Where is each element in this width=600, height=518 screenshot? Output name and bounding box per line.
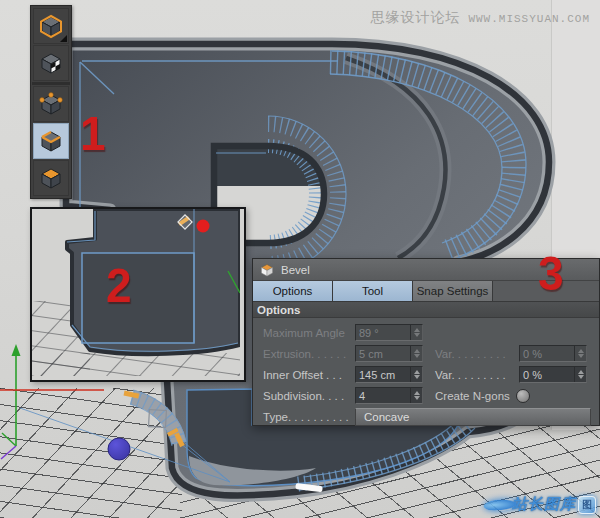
maximum-angle-label: Maximum Angle — [263, 327, 355, 339]
toolbar-item-points-mode[interactable] — [33, 86, 69, 122]
create-ngons-checkbox[interactable] — [516, 389, 530, 403]
toolbar-item-texture-mode[interactable] — [33, 45, 69, 81]
extrusion-var-field: 0 % — [519, 345, 587, 362]
type-label: Type. . . . . . . . . . — [263, 411, 355, 423]
type-dropdown[interactable]: Concave — [355, 408, 591, 426]
maximum-angle-field: 89 ° — [355, 324, 423, 341]
edges-mode-icon — [38, 128, 64, 154]
subdivision-label: Subdivision. . . . — [263, 390, 355, 402]
tab-tool[interactable]: Tool — [333, 281, 413, 301]
site-header: 思缘设计论坛 www.missyuan.com — [370, 9, 590, 27]
bevel-tool-icon — [260, 263, 274, 277]
row-inner-offset: Inner Offset . . . 145 cm Var. . . . . .… — [263, 364, 593, 385]
mode-toolbar — [30, 5, 72, 199]
inner-offset-var-label: Var. . . . . . . . . — [435, 369, 519, 381]
site-name: 思缘设计论坛 — [370, 9, 460, 27]
inset-scene — [32, 209, 240, 376]
section-header-options[interactable]: Options — [253, 302, 599, 318]
tab-snap-settings[interactable]: Snap Settings — [413, 281, 493, 301]
step-label-1: 1 — [80, 109, 106, 157]
watermark-badge-icon: 图 — [578, 496, 596, 514]
site-url: www.missyuan.com — [468, 13, 590, 25]
zoom-inset-screenshot — [30, 207, 246, 382]
handle-dot-blue[interactable] — [108, 438, 130, 460]
watermark: 站长图库 图 — [484, 495, 598, 514]
spinner-icon[interactable] — [410, 367, 422, 382]
polygons-mode-icon — [38, 165, 64, 191]
inner-offset-label: Inner Offset . . . — [263, 369, 355, 381]
inner-offset-field[interactable]: 145 cm — [355, 366, 423, 383]
spinner-icon — [410, 325, 422, 340]
extrusion-field: 5 cm — [355, 345, 423, 362]
panel-rows: Maximum Angle 89 ° Extrusion. . . . . . … — [253, 318, 599, 427]
toolbar-item-edges-mode[interactable] — [33, 123, 69, 159]
subdivision-field[interactable]: 4 — [355, 387, 423, 404]
step-label-3: 3 — [538, 249, 564, 297]
row-type: Type. . . . . . . . . . Concave — [263, 406, 593, 427]
inset-cursor-dot — [197, 220, 210, 233]
panel-title: Bevel — [281, 264, 310, 276]
watermark-text: 站长图库 — [512, 495, 576, 514]
toolbar-divider — [32, 82, 70, 85]
flyout-corner-marker — [60, 35, 67, 42]
row-subdivision: Subdivision. . . . 4 Create N-gons — [263, 385, 593, 406]
tab-options[interactable]: Options — [253, 281, 333, 301]
points-mode-icon — [38, 91, 64, 117]
toolbar-item-make-editable[interactable] — [33, 8, 69, 44]
spinner-icon[interactable] — [574, 367, 586, 382]
toolbar-item-polygons-mode[interactable] — [33, 160, 69, 196]
texture-mode-icon — [38, 50, 64, 76]
spinner-icon[interactable] — [410, 388, 422, 403]
spinner-icon — [574, 346, 586, 361]
c4d-viewport-window: 思缘设计论坛 www.missyuan.com — [0, 0, 600, 518]
inner-offset-var-field[interactable]: 0 % — [519, 366, 587, 383]
spinner-icon — [410, 346, 422, 361]
step-label-2: 2 — [106, 261, 132, 309]
extrusion-label: Extrusion. . . . . . — [263, 348, 355, 360]
row-maximum-angle: Maximum Angle 89 ° — [263, 322, 593, 343]
create-ngons-label: Create N-gons — [435, 390, 510, 402]
extrusion-var-label: Var. . . . . . . . . — [435, 348, 519, 360]
row-extrusion: Extrusion. . . . . . 5 cm Var. . . . . .… — [263, 343, 593, 364]
y-axis-arrow — [12, 344, 21, 356]
z-axis-line — [2, 433, 16, 446]
